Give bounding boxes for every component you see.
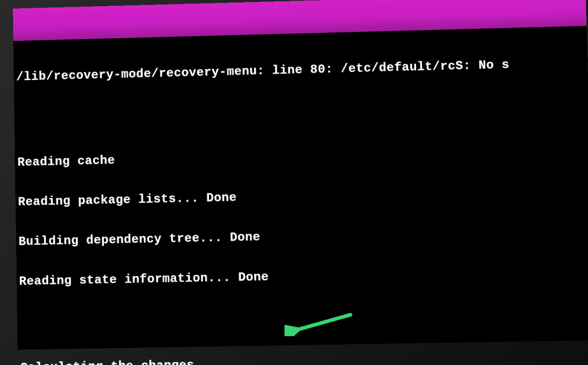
error-line: /lib/recovery-mode/recovery-menu: line 8…	[16, 56, 588, 84]
status-line: Reading package lists... Done	[18, 183, 588, 209]
status-line: Reading state information... Done	[19, 264, 588, 288]
console-output: /lib/recovery-mode/recovery-menu: line 8…	[16, 29, 588, 350]
status-line: Reading cache	[17, 143, 588, 169]
monitor-bezel: /lib/recovery-mode/recovery-menu: line 8…	[0, 0, 588, 365]
status-line: Calculating the changes	[20, 352, 588, 365]
terminal-screen[interactable]: /lib/recovery-mode/recovery-menu: line 8…	[13, 0, 588, 350]
status-line: Building dependency tree... Done	[19, 224, 588, 248]
